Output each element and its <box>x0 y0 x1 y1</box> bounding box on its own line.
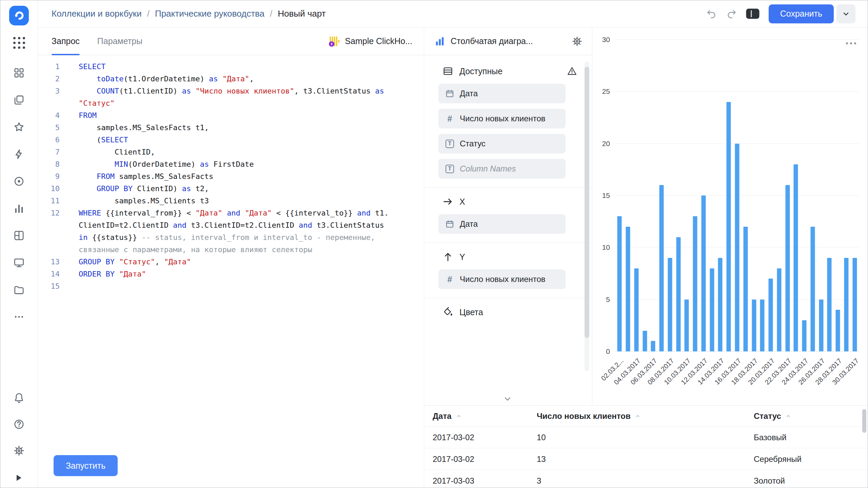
field-chip-y-measure[interactable]: # Число новых клиентов <box>438 269 566 289</box>
bar[interactable] <box>794 164 798 351</box>
bar[interactable] <box>777 268 781 351</box>
code-line[interactable]: 3 COUNT(t1.ClientID) as "Число новых кли… <box>38 85 424 109</box>
connection-selector[interactable]: Sample ClickHo... <box>329 36 412 47</box>
top-row: Столбчатая диагра... <box>424 27 868 406</box>
bar[interactable] <box>651 341 655 351</box>
arrow-right-icon <box>442 196 453 207</box>
code-line[interactable]: 13GROUP BY "Статус", "Дата" <box>38 256 424 268</box>
workbooks-icon[interactable] <box>13 94 25 106</box>
storage-folder-icon[interactable] <box>13 284 25 296</box>
bar[interactable] <box>685 300 689 351</box>
code-line[interactable]: 15 <box>38 280 424 292</box>
bar[interactable] <box>727 102 731 351</box>
warning-icon[interactable] <box>567 66 577 76</box>
collections-icon[interactable] <box>13 67 25 79</box>
notifications-bell-icon[interactable] <box>13 392 25 404</box>
bar[interactable] <box>769 279 773 351</box>
column-header-new-clients[interactable]: Число новых клиентов <box>537 411 754 421</box>
panel-toggle-icon[interactable] <box>746 8 760 20</box>
bar[interactable] <box>701 196 706 351</box>
dashboards-icon[interactable] <box>13 230 25 241</box>
bar[interactable] <box>752 300 756 351</box>
code-line[interactable]: 14ORDER BY "Дата" <box>38 268 424 280</box>
config-scrollbar-thumb[interactable] <box>585 67 589 338</box>
column-header-status[interactable]: Статус <box>754 411 868 421</box>
bar[interactable] <box>693 216 697 351</box>
save-button[interactable]: Сохранить <box>769 4 834 23</box>
field-label: Column Names <box>460 164 516 174</box>
field-chip-status[interactable]: T Статус <box>438 134 566 154</box>
code-line[interactable]: 1SELECT <box>38 61 424 73</box>
column-header-date[interactable]: Дата <box>433 411 537 421</box>
bar[interactable] <box>802 320 807 351</box>
connection-name: Sample ClickHo... <box>345 36 412 46</box>
monitoring-icon[interactable] <box>13 257 25 268</box>
code-line[interactable]: 8 MIN(OrderDatetime) as FirstDate <box>38 158 424 170</box>
code-line[interactable]: 11 samples.MS_Clients t3 <box>38 195 424 207</box>
field-chip-measure[interactable]: # Число новых клиентов <box>438 109 566 128</box>
topbar-actions: Сохранить <box>706 4 855 23</box>
line-number: 9 <box>38 170 60 183</box>
bar[interactable] <box>827 258 832 351</box>
settings-gear-icon[interactable] <box>13 445 25 456</box>
bar[interactable] <box>810 227 815 351</box>
help-question-icon[interactable] <box>13 419 25 430</box>
field-label: Статус <box>460 139 486 148</box>
code-line[interactable]: 10 GROUP BY ClientID) as t2, <box>38 183 424 195</box>
bar[interactable] <box>852 258 857 351</box>
undo-icon[interactable] <box>706 8 717 19</box>
code-line[interactable]: 6 (SELECT <box>38 134 424 146</box>
run-button[interactable]: Запустить <box>54 455 118 476</box>
config-expand-chevron[interactable] <box>502 394 514 404</box>
bar[interactable] <box>634 268 638 351</box>
calendar-icon <box>445 89 454 98</box>
table-scrollbar-thumb[interactable] <box>862 409 866 433</box>
field-chip-x-date[interactable]: Дата <box>438 214 566 234</box>
bar[interactable] <box>819 300 823 351</box>
bar[interactable] <box>760 300 765 351</box>
breadcrumb-link-collections[interactable]: Коллекции и воркбуки <box>52 8 142 19</box>
chart-settings-gear-icon[interactable] <box>572 36 583 47</box>
bar[interactable] <box>676 237 680 351</box>
bar[interactable] <box>668 258 672 351</box>
bar[interactable] <box>836 310 840 351</box>
code-line[interactable]: 5 samples.MS_SalesFacts t1, <box>38 122 424 134</box>
code-line[interactable]: 2 toDate(t1.OrderDatetime) as "Дата", <box>38 73 424 85</box>
sort-icon <box>456 413 462 419</box>
more-icon[interactable] <box>13 311 25 323</box>
code-line[interactable]: 9 FROM samples.MS_SalesFacts <box>38 170 424 183</box>
breadcrumb-link-guides[interactable]: Практические руководства <box>155 8 264 19</box>
code-line[interactable]: 7 ClientID, <box>38 146 424 158</box>
bar[interactable] <box>743 227 748 351</box>
bar[interactable] <box>659 185 664 351</box>
bar[interactable] <box>617 216 622 351</box>
sql-editor[interactable]: 1SELECT2 toDate(t1.OrderDatetime) as "Да… <box>38 55 424 488</box>
save-more-button[interactable] <box>836 4 855 23</box>
field-chip-date[interactable]: Дата <box>438 84 566 103</box>
hash-icon: # <box>445 275 454 284</box>
bar[interactable] <box>844 258 848 351</box>
charts-icon[interactable] <box>13 203 25 214</box>
favorites-star-icon[interactable] <box>13 121 25 133</box>
code-line[interactable]: 4FROM <box>38 109 424 122</box>
code-line[interactable]: 12WHERE {{interval_from}} < "Дата" and "… <box>38 207 424 256</box>
editor-lightning-icon[interactable] <box>13 148 25 160</box>
datalens-logo[interactable] <box>9 6 29 25</box>
bar[interactable] <box>710 268 714 351</box>
tab-parameters[interactable]: Параметры <box>97 27 142 55</box>
bar[interactable] <box>718 258 723 351</box>
sidebar-expand-button[interactable] <box>13 473 25 483</box>
bar[interactable] <box>735 144 739 351</box>
field-chip-column-names[interactable]: T Column Names <box>438 159 566 179</box>
chart-type-label[interactable]: Столбчатая диагра... <box>451 36 566 46</box>
connections-icon[interactable] <box>13 176 25 187</box>
bar-chart-type-icon[interactable] <box>434 36 445 47</box>
bar[interactable] <box>626 227 630 351</box>
tab-query[interactable]: Запрос <box>52 27 80 55</box>
code-text: WHERE {{interval_from}} < "Дата" and "Да… <box>79 207 389 256</box>
bar[interactable] <box>643 331 647 351</box>
bar[interactable] <box>785 185 790 351</box>
y-tick-label: 10 <box>602 243 610 251</box>
apps-grid-icon[interactable] <box>13 37 25 49</box>
redo-icon[interactable] <box>726 8 737 19</box>
